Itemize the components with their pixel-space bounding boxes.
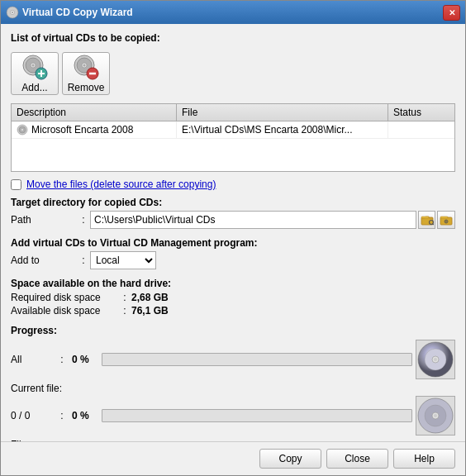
progress-label: Progress: [11, 325, 455, 336]
table-body: Microsoft Encarta 2008 E:\Virtual CDs\MS… [12, 121, 454, 171]
available-value: 76,1 GB [131, 305, 169, 317]
add-to-colon: : [77, 255, 90, 266]
path-colon: : [77, 214, 90, 226]
svg-point-13 [83, 64, 86, 67]
remove-button-label: Remove [68, 82, 105, 93]
disk-space-label: Space available on the hard drive: [11, 278, 455, 289]
list-section-label: List of virtual CDs to be copied: [11, 32, 455, 44]
path-input[interactable] [90, 211, 416, 229]
current-file-progress-bar [102, 409, 412, 422]
app-icon [6, 6, 19, 19]
target-directory-section: Target directory for copied CDs: Path : [11, 197, 455, 232]
all-progress-bar [102, 353, 412, 366]
svg-point-18 [21, 129, 24, 131]
add-cd-icon [21, 54, 48, 80]
svg-point-31 [434, 358, 437, 361]
main-window: Virtual CD Copy Wizard ✕ List of virtual… [0, 0, 466, 476]
svg-line-22 [433, 224, 434, 225]
table-header: Description File Status [12, 104, 454, 121]
current-file-colon: : [55, 410, 69, 421]
browse-icon [421, 214, 434, 226]
cd-thumb-icon [416, 340, 454, 378]
cd-list-table: Description File Status Microsoft Encart… [11, 103, 455, 172]
add-to-select[interactable]: Local Remote [90, 251, 156, 269]
remove-cd-icon [73, 54, 99, 80]
cell-description: Microsoft Encarta 2008 [12, 121, 177, 138]
required-colon: : [118, 292, 131, 303]
browse-button-1[interactable] [418, 211, 436, 229]
current-file-row: 0 / 0 : 0 % [11, 396, 455, 436]
help-button[interactable]: Help [393, 449, 455, 469]
table-row[interactable]: Microsoft Encarta 2008 E:\Virtual CDs\MS… [12, 121, 454, 139]
path-label: Path [11, 214, 77, 226]
window-controls: ✕ [443, 5, 460, 21]
current-file-thumb-icon [416, 397, 454, 435]
all-label: All [11, 354, 52, 365]
svg-point-2 [12, 12, 13, 13]
add-to-label: Add to [11, 255, 77, 266]
add-to-vcd-section: Add virtual CDs to Virtual CD Management… [11, 237, 455, 273]
current-file-label: 0 / 0 [11, 410, 52, 421]
disk-space-section: Space available on the hard drive: Requi… [11, 278, 455, 318]
svg-rect-19 [421, 217, 433, 225]
col-file: File [177, 104, 388, 121]
close-button[interactable]: ✕ [443, 5, 460, 21]
col-description: Description [12, 104, 177, 121]
required-label: Required disk space [11, 292, 118, 303]
available-row: Available disk space : 76,1 GB [11, 305, 455, 317]
add-button-label: Add... [21, 82, 47, 93]
col-status: Status [388, 104, 454, 121]
toolbar: Add... Remove [11, 52, 455, 95]
move-files-checkbox[interactable] [11, 179, 21, 190]
current-file-section-label: Current file: [11, 383, 455, 394]
add-to-select-wrap: Local Remote [90, 251, 455, 269]
required-row: Required disk space : 2,68 GB [11, 292, 455, 303]
add-to-vcd-label: Add virtual CDs to Virtual CD Management… [11, 237, 455, 249]
move-files-label[interactable]: Move the files (delete source after copy… [26, 178, 216, 190]
title-bar-left: Virtual CD Copy Wizard [6, 6, 133, 19]
target-dir-label: Target directory for copied CDs: [11, 197, 455, 208]
svg-point-35 [434, 414, 437, 417]
window-title: Virtual CD Copy Wizard [22, 7, 133, 18]
svg-point-6 [32, 64, 35, 67]
add-to-row: Add to : Local Remote [11, 251, 455, 269]
copy-button[interactable]: Copy [259, 449, 321, 469]
available-label: Available disk space [11, 305, 118, 317]
add-button[interactable]: Add... [11, 52, 59, 95]
title-bar: Virtual CD Copy Wizard ✕ [1, 1, 465, 24]
path-row: Path : [11, 211, 455, 229]
close-button-footer[interactable]: Close [326, 449, 388, 469]
all-percent: 0 % [72, 354, 98, 365]
cd-thumbnail [416, 340, 455, 379]
row-cd-icon [17, 124, 28, 136]
path-input-row [90, 211, 455, 229]
remove-button[interactable]: Remove [62, 52, 110, 95]
network-folder-icon [440, 214, 453, 226]
svg-rect-24 [440, 217, 448, 218]
all-progress-row: All : 0 % [11, 340, 455, 379]
svg-rect-20 [421, 217, 429, 218]
current-file-thumbnail [416, 396, 455, 436]
required-value: 2,68 GB [131, 292, 169, 303]
browse-button-2[interactable] [437, 211, 455, 229]
available-colon: : [118, 305, 131, 317]
progress-section: Progress: All : 0 % [11, 325, 455, 441]
all-colon: : [55, 354, 69, 365]
move-files-row: Move the files (delete source after copy… [11, 178, 455, 190]
cell-file: E:\Virtual CDs\MS Encarta 2008\Micr... [177, 121, 388, 138]
footer: Copy Close Help [1, 441, 465, 475]
content-area: List of virtual CDs to be copied: Add... [1, 24, 465, 441]
cell-status [388, 121, 454, 138]
current-file-percent: 0 % [72, 410, 98, 421]
